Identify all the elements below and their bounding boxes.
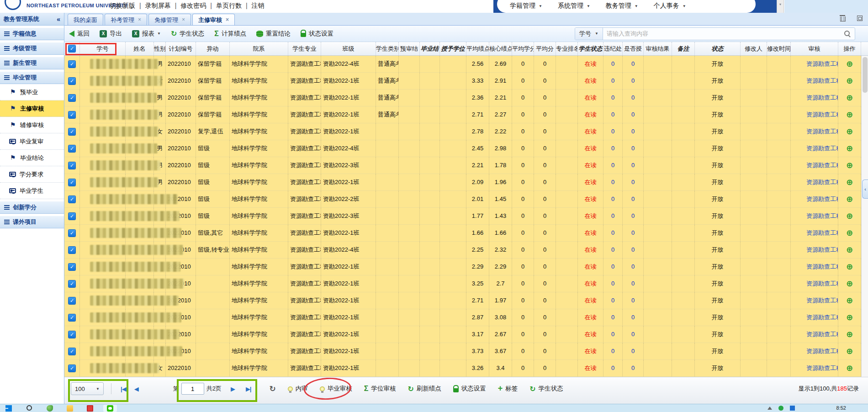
taskbar-search-icon[interactable] (26, 405, 32, 411)
audit-link[interactable]: 资源勘查工程 (791, 106, 838, 123)
table-row[interactable]: ✓ 男 2022010 保留学籍 地球科学学院 资源勘查工程 资勘2022-1班… (64, 90, 868, 106)
checkbox-checked-icon[interactable]: ✓ (69, 196, 75, 203)
column-header[interactable]: 异动 (196, 42, 230, 56)
toolbar-button[interactable]: 报表 ▼ (132, 30, 161, 38)
audit-link[interactable]: 资源勘查工程 (791, 259, 838, 275)
column-header[interactable]: 计划编号 (166, 42, 196, 56)
sidebar-item[interactable]: 毕业结论 (0, 150, 64, 166)
expand-plus-icon[interactable]: ⊕ (846, 313, 853, 322)
table-row[interactable]: ✓ 男 2022010 留级 地球科学学院 资源勘查工程 资勘2022-3班 2… (64, 157, 868, 174)
pager-action-button[interactable]: 状态设置 (453, 385, 486, 393)
sidebar-item[interactable]: 毕业复审 (0, 133, 64, 150)
first-page-button[interactable]: |◀ (121, 386, 126, 392)
windows-start-icon[interactable] (5, 405, 12, 412)
audit-link[interactable]: 资源勘查工程 (791, 292, 838, 309)
nav-menu-item[interactable]: 学籍管理 ▼ (510, 2, 542, 10)
audit-link[interactable]: 资源勘查工程 (791, 73, 838, 89)
sidebar-group[interactable]: 学籍信息 (0, 27, 64, 40)
row-checkbox-cell[interactable]: ✓ (64, 106, 80, 123)
table-row[interactable]: ✓ 2022010 留级 地球科学学院 资源勘查工程 资勘2022-2班 2.0… (64, 191, 868, 208)
nav-menu-item[interactable]: 系统管理 ▼ (558, 2, 590, 10)
row-checkbox-cell[interactable]: ✓ (64, 208, 80, 224)
column-header[interactable]: 状态 (695, 42, 741, 56)
sidebar-group[interactable]: 创新学分 (0, 201, 64, 214)
toolbar-button[interactable]: 导出 ▼ (100, 30, 122, 38)
expand-plus-icon[interactable]: ⊕ (846, 93, 853, 102)
table-row[interactable]: ✓ 男 2022010 保留学籍 地球科学学院 资源勘查工程 资勘2022-4班… (64, 56, 868, 73)
audit-link[interactable]: 资源勘查工程 (791, 90, 838, 106)
row-checkbox-cell[interactable]: ✓ (64, 275, 80, 292)
checkbox-checked-icon[interactable]: ✓ (69, 348, 75, 355)
pager-action-button[interactable]: 毕业审核 (320, 385, 352, 393)
checkbox-checked-icon[interactable]: ✓ (69, 230, 75, 237)
row-checkbox-cell[interactable]: ✓ (64, 225, 80, 241)
prev-page-button[interactable]: ◀ (134, 386, 138, 392)
column-header[interactable]: 平均分 (534, 42, 556, 56)
toolbar-button[interactable]: 学生状态 ▼ (171, 29, 204, 38)
row-checkbox-cell[interactable]: ✓ (64, 360, 80, 376)
page-size-select[interactable]: 100 ▼ (71, 382, 104, 395)
checkbox-checked-icon[interactable]: ✓ (69, 111, 75, 118)
checkbox-checked-icon[interactable]: ✓ (69, 314, 75, 321)
expand-plus-icon[interactable]: ⊕ (846, 127, 853, 136)
table-row[interactable]: ✓ 2022010 留级,转专业 地球科学学院 资源勘查工程 资勘2022-4班… (64, 242, 868, 259)
tray-icon[interactable] (778, 406, 783, 411)
audit-link[interactable]: 资源勘查工程 (791, 225, 838, 241)
checkbox-checked-icon[interactable]: ✓ (69, 297, 75, 304)
tab[interactable]: 主修审核 × (192, 14, 235, 25)
checkbox-checked-icon[interactable]: ✓ (69, 179, 75, 186)
close-tab-icon[interactable]: × (226, 15, 229, 25)
fullscreen-icon[interactable] (857, 16, 863, 21)
column-header[interactable]: 是否授 (623, 42, 644, 56)
checkbox-checked-icon[interactable]: ✓ (69, 331, 75, 338)
table-row[interactable]: ✓ 男 2022010 留级 地球科学学院 资源勘查工程 资勘2022-1班 2… (64, 174, 868, 191)
grid-scrollbar[interactable] (861, 56, 868, 377)
toolbar-button[interactable]: 返回 ▼ (69, 30, 90, 38)
quick-link[interactable]: 修改密码 (171, 2, 206, 10)
toolbar-button[interactable]: 状态设置 ▼ (301, 30, 333, 38)
audit-link[interactable]: 资源勘查工程 (791, 208, 838, 224)
sidebar-group[interactable]: 课外项目 (0, 216, 64, 228)
checkbox-checked-icon[interactable]: ✓ (69, 213, 75, 220)
expand-plus-icon[interactable]: ⊕ (846, 296, 853, 305)
tab[interactable]: 免修管理 × (148, 14, 191, 25)
table-row[interactable]: ✓ 2022010 地球科学学院 资源勘查工程 资勘2022-1班 3.73 3… (64, 343, 868, 360)
nav-menu-item[interactable]: 个人事务 ▼ (654, 2, 686, 10)
column-header[interactable]: 学生类别 (376, 42, 399, 56)
checkbox-checked-icon[interactable]: ✓ (69, 145, 75, 152)
table-row[interactable]: ✓ 2022010 留级,其它 地球科学学院 资源勘查工程 资勘2022-1班 … (64, 225, 868, 242)
expand-plus-icon[interactable]: ⊕ (846, 76, 853, 85)
pager-action-button[interactable]: 学生状态 (529, 385, 563, 393)
sidebar-item[interactable]: 毕业学生 (0, 183, 64, 199)
row-checkbox-cell[interactable]: ✓ (64, 56, 80, 72)
column-header[interactable]: 平均学分 (512, 42, 534, 56)
audit-link[interactable]: 资源勘查工程 (791, 174, 838, 190)
audit-link[interactable]: 资源勘查工程 (791, 140, 838, 157)
sidebar-item[interactable]: 辅修审核 (0, 117, 64, 133)
expand-plus-icon[interactable]: ⊕ (846, 228, 853, 238)
table-row[interactable]: ✓ 女 2022010 保留学籍 地球科学学院 资源勘查工程 资勘2022-1班… (64, 73, 868, 90)
table-row[interactable]: ✓ 男 2022010 保留学籍 地球科学学院 资源勘查工程 资勘2022-1班… (64, 106, 868, 123)
last-page-button[interactable]: ▶| (246, 386, 251, 392)
row-checkbox-cell[interactable]: ✓ (64, 123, 80, 140)
table-row[interactable]: ✓ 女 2022010 复学,退伍 地球科学学院 资源勘查工程 资勘2022-1… (64, 123, 868, 140)
taskbar-app-icon[interactable] (87, 405, 93, 412)
expand-plus-icon[interactable]: ⊕ (846, 211, 853, 221)
scroll-up-icon[interactable]: ▼ (779, 3, 782, 6)
column-header[interactable]: 预审结 (399, 42, 420, 56)
column-header[interactable]: 毕业结 (420, 42, 440, 56)
tray-icon[interactable] (790, 406, 795, 411)
column-header[interactable]: 姓名 (126, 42, 154, 56)
column-header[interactable]: 审核 (791, 42, 838, 56)
sidebar-group[interactable]: 毕业管理 (0, 71, 64, 84)
pager-action-button[interactable]: 标签 (498, 385, 518, 393)
expand-plus-icon[interactable]: ⊕ (846, 347, 853, 356)
expand-plus-icon[interactable]: ⊕ (846, 110, 853, 119)
select-all-cell[interactable]: ✓ (64, 42, 80, 55)
row-checkbox-cell[interactable]: ✓ (64, 343, 80, 359)
audit-link[interactable]: 资源勘查工程 (791, 56, 838, 72)
column-header[interactable]: 审核结果 (644, 42, 672, 56)
row-checkbox-cell[interactable]: ✓ (64, 292, 80, 309)
table-row[interactable]: ✓ 2022010 地球科学学院 资源勘查工程 资勘2022-1班 2.87 3… (64, 309, 868, 326)
row-checkbox-cell[interactable]: ✓ (64, 309, 80, 326)
